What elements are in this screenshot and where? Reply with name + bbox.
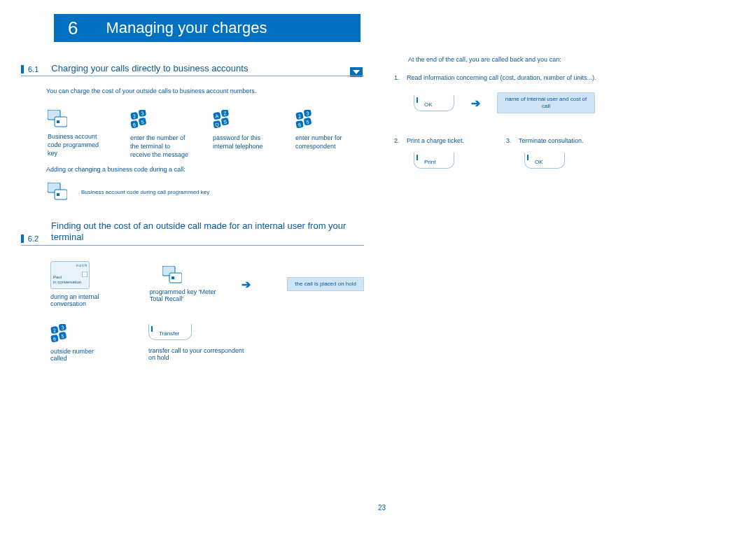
ok-label: OK (424, 101, 433, 108)
item-label: Business account code programmed key (48, 132, 109, 157)
item-label: programmed key 'Meter Total Recall' (150, 288, 227, 302)
section61-icon-row: Business account code programmed key 2 3… (48, 110, 364, 159)
item-label: password for this internal telephone (213, 134, 274, 150)
transfer-label: Transfer (159, 330, 180, 337)
item-label: enter number for correspondent (295, 134, 357, 150)
transfer-softkey: Transfer (148, 324, 192, 340)
section-heading-62: 6.2 Finding out the cost of an outside c… (21, 220, 364, 246)
li3-text: Terminate consultation. (519, 137, 584, 144)
item-label: transfer call to your correspondent on h… (148, 347, 246, 361)
dialpad-icon: 2 3 6 5 (295, 110, 316, 129)
section-num-marker (21, 234, 24, 243)
right-intro: At the end of the call, you are called b… (408, 56, 730, 63)
chapter-title: Managing your charges (106, 19, 267, 37)
softkey-icon (162, 266, 182, 284)
screen-l2: in conversation (53, 280, 87, 285)
section-title-61: Charging your calls directly to business… (51, 63, 248, 73)
item-enter-correspondent: 2 3 6 5 enter number for correspondent (295, 110, 357, 159)
item-business-key: Business account code programmed key (48, 110, 109, 159)
svg-rect-28 (55, 190, 67, 199)
item-label: enter the number of the terminal to rece… (130, 134, 192, 159)
right-li2: 2. Print a charge ticket. (394, 133, 464, 146)
softkey-icon (48, 183, 67, 201)
alpha-pad-icon: A Z Q S (213, 110, 234, 129)
section61-note2: Business account code during call progra… (81, 189, 209, 195)
dialpad-icon: 2 3 6 5 (130, 110, 151, 129)
section61-note2-row: Business account code during call progra… (48, 183, 364, 201)
svg-rect-32 (172, 276, 174, 279)
ok-label-2: OK (535, 159, 543, 165)
arrow-icon: ➔ (241, 278, 251, 291)
item-password: A Z Q S password for this internal telep… (213, 110, 274, 159)
hold-box-text: the call is placed on hold (295, 281, 356, 287)
arrow-icon: ➔ (471, 97, 480, 110)
ok-softkey-2: OK (524, 153, 565, 169)
section61-intro: You can charge the cost of your outside … (46, 87, 364, 94)
right-row2: 2. Print a charge ticket. 3. Terminate c… (394, 133, 730, 146)
print-label: Print (424, 159, 435, 165)
svg-rect-31 (169, 273, 182, 283)
li1-text: Read information concerning call (cost, … (407, 74, 596, 81)
section62-row1: n o c h Paul in conversation during an i… (50, 261, 364, 307)
item-during-conv: n o c h Paul in conversation during an i… (50, 261, 113, 307)
section-title-62: Finding out the cost of an outside call … (51, 220, 364, 243)
section-num-61: 6.1 (28, 65, 38, 73)
phone-screen-icon: n o c h Paul in conversation (50, 261, 90, 289)
softkey-icon (48, 110, 67, 128)
svg-rect-29 (57, 193, 59, 196)
print-softkey: Print (414, 153, 454, 169)
section-num-marker (21, 65, 24, 73)
section-num-62: 6.2 (28, 234, 38, 243)
item-label: outside number called (50, 348, 106, 362)
li1-num: 1. (394, 74, 400, 81)
item-enter-number: 2 3 6 5 enter the number of the terminal… (130, 110, 192, 159)
right-column: At the end of the call, you are called b… (394, 56, 730, 169)
dialpad-icon: 2 3 6 5 (50, 324, 71, 344)
hold-box: the call is placed on hold (287, 277, 364, 291)
chapter-number: 6 (68, 17, 78, 39)
right-row3: Print OK (414, 153, 730, 169)
svg-rect-1 (55, 117, 67, 127)
li2-text: Print a charge ticket. (407, 137, 464, 144)
screen-top: n o c h (53, 263, 87, 268)
section61-note: Adding or changing a business code durin… (46, 166, 364, 173)
li3-num: 3. (506, 137, 512, 144)
item-outside-number: 2 3 6 5 outside number called (50, 324, 106, 362)
section-heading-61: 6.1 Charging your calls directly to busi… (21, 63, 364, 76)
svg-rect-2 (57, 120, 59, 123)
item-meter-key: programmed key 'Meter Total Recall' (150, 266, 227, 302)
right-row1: OK ➔ name of internal user and cost of c… (414, 92, 730, 113)
item-label: during an internal conversation (50, 293, 113, 307)
li2-num: 2. (394, 137, 400, 144)
item-transfer: Transfer transfer call to your correspon… (148, 324, 246, 361)
page-number: 23 (378, 504, 386, 512)
chapter-title-bar: 6 Managing your charges (54, 14, 360, 42)
ok-softkey: OK (414, 95, 454, 111)
info-box-text: name of internal user and cost of call (505, 96, 587, 109)
section62-row2: 2 3 6 5 outside number called Transfer t… (50, 324, 364, 362)
left-column: 6.1 Charging your calls directly to busi… (21, 63, 364, 362)
info-box: name of internal user and cost of call (497, 92, 595, 113)
right-li3: 3. Terminate consultation. (506, 133, 584, 146)
right-li1: 1. Read information concerning call (cos… (394, 70, 730, 83)
